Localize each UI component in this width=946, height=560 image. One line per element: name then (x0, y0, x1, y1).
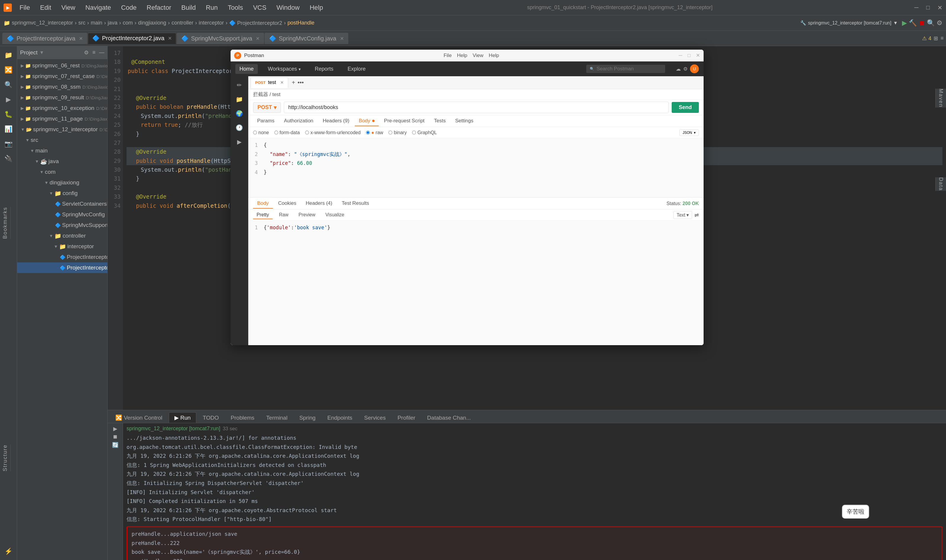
pm-json-code[interactable]: { "name": "《springmvc实战》", "price": 66.0… (260, 138, 704, 197)
btab-services[interactable]: Services (359, 413, 391, 423)
tab-close3[interactable]: ✕ (256, 36, 260, 42)
data-tab[interactable]: Data (935, 177, 946, 191)
breadcrumb-controller[interactable]: controller (171, 20, 193, 26)
project-sidebar-btn[interactable]: 📁 (2, 48, 15, 62)
pm-req-tab-auth[interactable]: Authorization (280, 116, 317, 126)
pm-menu-edit[interactable]: Help (457, 52, 467, 58)
pm-radio-graphql[interactable]: GraphQL (412, 130, 437, 135)
pm-resp-tab-body[interactable]: Body (253, 198, 273, 209)
close-btn[interactable]: ✕ (937, 4, 943, 11)
breadcrumb-dingjiaxiong[interactable]: dingjiaxiong (138, 20, 166, 26)
pm-sync-icon[interactable]: ☁ (676, 66, 681, 72)
pm-side-runner[interactable]: ▶ (234, 136, 245, 148)
breadcrumb-method[interactable]: postHandle (287, 20, 314, 26)
menu-view[interactable]: View (59, 3, 77, 13)
tree-config[interactable]: ▼ 📁 config (17, 188, 107, 198)
stop-button[interactable]: ⏹ (918, 19, 925, 27)
settings-button[interactable]: ⚙ (937, 19, 943, 27)
pm-minimize-btn[interactable]: ─ (679, 52, 682, 58)
breadcrumb-com[interactable]: com (123, 20, 133, 26)
pm-radio-binary[interactable]: binary (388, 130, 407, 135)
tree-springmvcsupport-file[interactable]: 🔷 SpringMvcSupport.java (17, 220, 107, 231)
pm-method-dropdown[interactable]: POST ▾ (253, 102, 281, 113)
pm-resp-tab-cookies[interactable]: Cookies (274, 198, 300, 209)
plugin-sidebar-btn[interactable]: 🔌 (2, 152, 15, 166)
pm-menu-help[interactable]: Help (489, 52, 499, 58)
btab-versioncontrol[interactable]: 🔀 Version Control (110, 412, 168, 423)
project-dropdown[interactable]: ▼ (39, 50, 44, 55)
btab-profiler[interactable]: Profiler (392, 413, 421, 423)
pm-req-tab-body[interactable]: Body (355, 116, 379, 126)
vcs-sidebar-btn[interactable]: 🔀 (2, 63, 15, 77)
debug-sidebar-btn[interactable]: 🐛 (2, 108, 15, 121)
tree-src[interactable]: ▼ src (17, 135, 107, 145)
menu-run[interactable]: Run (203, 3, 220, 13)
structure-tab[interactable]: Structure (0, 445, 11, 471)
sidebar-settings-icon[interactable]: ⚙ (84, 49, 89, 56)
tree-com[interactable]: ▼ com (17, 167, 107, 177)
pm-send-button[interactable]: Send (672, 102, 699, 113)
tree-main[interactable]: ▼ main (17, 145, 107, 156)
find-sidebar-btn[interactable]: 🔍 (2, 78, 15, 92)
split-icon[interactable]: ⊞ (934, 35, 938, 42)
menu-navigate[interactable]: Navigate (83, 3, 114, 13)
pm-raw-btn[interactable]: Raw (276, 211, 292, 219)
menu-tools[interactable]: Tools (226, 3, 245, 13)
pm-req-tab-headers[interactable]: Headers (9) (319, 116, 354, 126)
menu-edit[interactable]: Edit (37, 3, 54, 13)
tree-servletcontainers[interactable]: 🔷 ServletContainersInitConf... (17, 198, 107, 209)
pm-radio-formdata[interactable]: form-data (274, 130, 300, 135)
tab-springmvcsupport[interactable]: 🔷 SpringMvcSupport.java ✕ (177, 33, 264, 44)
pm-text-format-selector[interactable]: Text ▾ (673, 211, 692, 219)
tree-interceptor-folder[interactable]: ▼ 📁 interceptor (17, 241, 107, 252)
menu-file[interactable]: File (17, 3, 32, 13)
menu-build[interactable]: Build (179, 3, 198, 13)
pm-menu-view[interactable]: View (473, 52, 484, 58)
pm-json-editor[interactable]: 1 2 3 4 { "name": "《springmvc实战》", "pric… (248, 138, 704, 197)
run-config-selector[interactable]: 🔧 springmvc_12_interceptor [tomcat7:run]… (800, 20, 898, 26)
btab-problems[interactable]: Problems (225, 413, 260, 423)
tab-springmvcconfig[interactable]: 🔷 SpringMvcConfig.java ✕ (265, 33, 348, 44)
build-button[interactable]: 🔨 (909, 19, 917, 27)
pm-side-history[interactable]: 🕐 (234, 122, 245, 134)
tab-projectinterceptor2[interactable]: 🔷 ProjectInterceptor2.java ✕ (88, 33, 176, 44)
profiler-sidebar-btn[interactable]: 📊 (2, 122, 15, 136)
pm-json-format-selector[interactable]: JSON ▾ (679, 129, 699, 136)
pm-url-input[interactable] (284, 102, 669, 113)
tree-java[interactable]: ▼ ☕ java (17, 156, 107, 167)
maximize-btn[interactable]: □ (926, 4, 930, 11)
pm-pretty-btn[interactable]: Pretty (253, 211, 273, 219)
pm-tab-test[interactable]: POST test ✕ (251, 77, 288, 88)
tree-projectinterceptor[interactable]: 🔷 ProjectInterceptor (17, 252, 107, 262)
run-button[interactable]: ▶ (902, 19, 907, 27)
pm-nav-explore[interactable]: Explore (344, 64, 370, 74)
run-sidebar-btn[interactable]: ▶ (2, 93, 15, 106)
pm-close-btn[interactable]: ✕ (696, 52, 700, 58)
menu-window[interactable]: Window (274, 3, 302, 13)
btab-endpoints[interactable]: Endpoints (322, 413, 358, 423)
tree-springmvcconfig-file[interactable]: 🔷 SpringMvcConfig (17, 209, 107, 220)
pm-resp-tab-testresults[interactable]: Test Results (337, 198, 373, 209)
breadcrumb-main[interactable]: main (91, 20, 102, 26)
pm-side-new[interactable]: ✏ (234, 79, 245, 91)
btab-database[interactable]: Database Chan... (422, 413, 476, 423)
pm-side-collection[interactable]: 📁 (234, 93, 245, 105)
tree-springmvc08[interactable]: ▶ 📁 springmvc_08_ssm D:\DingJiaxiong\Ide… (17, 82, 107, 92)
tree-springmvc11[interactable]: ▶ 📁 springmvc_11_page D:\DingJiaxiong\Id… (17, 114, 107, 124)
sidebar-sort-icon[interactable]: ≡ (92, 49, 96, 55)
run-panel-reload[interactable]: 🔄 (112, 442, 119, 448)
tree-projectinterceptor2[interactable]: 🔷 ProjectInterceptor2 (17, 262, 107, 273)
pm-avatar[interactable]: U (690, 65, 699, 73)
camera-sidebar-btn[interactable]: 📷 (2, 137, 15, 151)
tab-projectinterceptor[interactable]: 🔷 ProjectInterceptor.java ✕ (2, 33, 87, 44)
run-panel-stop[interactable]: ⏹ (112, 434, 118, 440)
btab-terminal[interactable]: Terminal (261, 413, 293, 423)
pm-resp-tab-headers[interactable]: Headers (4) (302, 198, 336, 209)
minimize-btn[interactable]: ─ (914, 4, 918, 11)
menu-help[interactable]: Help (307, 3, 325, 13)
pm-menu-file[interactable]: File (444, 52, 451, 58)
pm-req-tab-prerequest[interactable]: Pre-request Script (380, 116, 429, 126)
pm-radio-urlencoded[interactable]: x-www-form-urlencoded (305, 130, 361, 135)
terminal-sidebar-btn[interactable]: ⚡ (2, 545, 15, 558)
pm-preview-btn[interactable]: Preview (295, 211, 319, 219)
